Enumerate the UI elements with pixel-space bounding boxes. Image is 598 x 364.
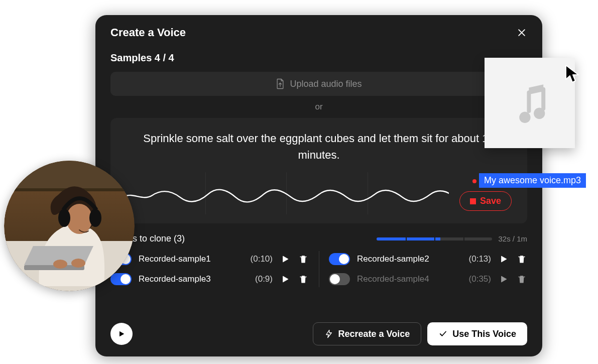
sample-duration: (0:13) xyxy=(469,254,491,264)
duration-progress-label: 32s / 1m xyxy=(498,234,527,243)
upload-audio-label: Upload audio files xyxy=(290,79,362,89)
use-this-voice-label: Use This Voice xyxy=(452,329,516,339)
sample-toggle[interactable] xyxy=(329,273,350,285)
avatar xyxy=(4,161,135,291)
play-icon xyxy=(281,275,290,284)
delete-sample-button[interactable] xyxy=(516,274,527,285)
cursor-icon xyxy=(564,64,581,86)
modal-footer: Recreate a Voice Use This Voice xyxy=(95,313,542,356)
waveform-svg xyxy=(125,172,449,214)
trash-icon xyxy=(299,255,308,264)
close-button[interactable] xyxy=(516,27,527,38)
sample-item: Recorded-sample2 (0:13) xyxy=(319,249,527,269)
recreate-voice-button[interactable]: Recreate a Voice xyxy=(313,322,422,345)
or-separator: or xyxy=(110,102,527,112)
svg-point-6 xyxy=(58,209,70,227)
sample-name: Recorded-sample2 xyxy=(357,254,462,264)
sample-duration: (0:35) xyxy=(469,274,491,284)
save-recording-button[interactable]: Save xyxy=(459,191,512,211)
play-icon xyxy=(499,275,508,284)
samples-count: Samples 4 / 4 xyxy=(110,52,527,64)
waveform[interactable] xyxy=(125,172,449,214)
duration-progress-bar[interactable] xyxy=(377,237,492,240)
play-sample-button[interactable] xyxy=(280,254,291,265)
modal-header: Create a Voice xyxy=(95,15,542,48)
sample-duration: (0:9) xyxy=(255,274,273,284)
sample-list: Recorded-sample1 (0:10) Recorded-sample2… xyxy=(110,249,527,289)
sample-toggle[interactable] xyxy=(110,273,132,285)
music-file-icon xyxy=(510,83,550,123)
save-label: Save xyxy=(480,196,501,206)
sample-name: Recorded-sample4 xyxy=(357,274,462,284)
sample-item: Recorded-sample3 (0:9) xyxy=(110,269,319,289)
svg-point-7 xyxy=(89,209,101,227)
play-sample-button[interactable] xyxy=(498,274,509,285)
delete-sample-button[interactable] xyxy=(298,254,309,265)
play-sample-button[interactable] xyxy=(280,274,291,285)
use-this-voice-button[interactable]: Use This Voice xyxy=(427,322,527,345)
sample-item: Recorded-sample4 (0:35) xyxy=(319,269,527,289)
svg-point-9 xyxy=(53,260,67,269)
sample-name: Recorded-sample3 xyxy=(139,274,248,284)
upload-file-icon xyxy=(276,78,285,89)
trash-icon xyxy=(299,275,308,284)
play-icon xyxy=(117,330,126,338)
total-duration-progress: 32s / 1m xyxy=(377,234,527,243)
delete-sample-button[interactable] xyxy=(516,254,527,265)
play-preview-button[interactable] xyxy=(110,323,133,345)
trash-icon xyxy=(517,275,526,284)
check-icon xyxy=(438,329,447,338)
upload-audio-button[interactable]: Upload audio files xyxy=(110,72,527,96)
stop-icon xyxy=(470,198,476,204)
lightning-icon xyxy=(324,329,333,338)
svg-point-10 xyxy=(71,259,85,268)
delete-sample-button[interactable] xyxy=(298,274,309,285)
sample-duration: (0:10) xyxy=(251,254,273,264)
trash-icon xyxy=(517,255,526,264)
recording-indicator-icon xyxy=(472,179,476,183)
avatar-illustration xyxy=(4,161,135,291)
play-icon xyxy=(281,255,290,264)
close-icon xyxy=(517,28,527,38)
sample-item: Recorded-sample1 (0:10) xyxy=(110,249,319,269)
create-voice-modal: Create a Voice Samples 4 / 4 Upload audi… xyxy=(95,15,542,356)
prompt-text: Sprinkle some salt over the eggplant cub… xyxy=(125,130,513,163)
dragged-file-name: My awesome voice.mp3 xyxy=(479,173,586,188)
play-sample-button[interactable] xyxy=(498,254,509,265)
dragged-file-card[interactable] xyxy=(485,58,575,148)
sample-toggle[interactable] xyxy=(329,253,350,265)
recording-card: Sprinkle some salt over the eggplant cub… xyxy=(110,118,527,223)
modal-title: Create a Voice xyxy=(110,26,186,39)
sample-name: Recorded-sample1 xyxy=(139,254,244,264)
recreate-voice-label: Recreate a Voice xyxy=(338,329,410,339)
play-icon xyxy=(499,255,508,264)
